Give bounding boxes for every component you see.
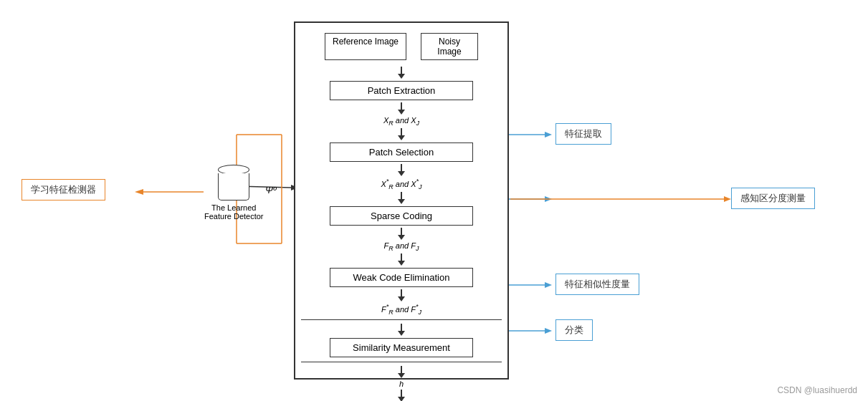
- cylinder-icon: [218, 165, 249, 200]
- similarity-chinese-label: 特征相似性度量: [555, 274, 639, 295]
- arrow-xr-xj-star: [398, 164, 405, 176]
- perceptual-label: 感知区分度测量: [731, 188, 815, 209]
- arrow-to-similarity: [398, 324, 405, 336]
- label-xr-xj-star: X*R and X*J: [381, 178, 421, 190]
- classifier-chinese-label: 分类: [555, 319, 593, 341]
- svg-marker-5: [545, 282, 552, 288]
- arrow-to-patch-selection: [398, 128, 405, 140]
- patch-selection-block: Patch Selection: [330, 142, 473, 162]
- weak-code-elimination-block: Weak Code Elimination: [330, 268, 473, 287]
- arrow-xr-xj: [398, 102, 405, 115]
- feature-detector: The LearnedFeature Detector: [204, 165, 264, 221]
- inner-box: Reference Image NoisyImage Patch Extract…: [294, 21, 509, 380]
- arrow-to-sparse: [398, 192, 405, 204]
- watermark: CSDN @luasihuerdd: [777, 385, 857, 395]
- svg-marker-3: [545, 196, 552, 202]
- svg-marker-1: [545, 132, 552, 137]
- arrow-h: [398, 366, 405, 378]
- noisy-image-box: NoisyImage: [421, 33, 478, 60]
- psi-label: Ψº: [265, 185, 277, 195]
- svg-marker-9: [135, 189, 143, 195]
- feature-extract-label: 特征提取: [555, 123, 611, 145]
- similarity-measurement-block: Similarity Measurement: [330, 338, 473, 357]
- patch-extraction-block: Patch Extraction: [330, 81, 473, 100]
- label-fr-fj-star: F*R and F*J: [381, 303, 421, 316]
- label-h: h: [399, 380, 404, 388]
- arrow-to-patch-extraction: [398, 67, 405, 79]
- svg-marker-7: [545, 328, 552, 334]
- svg-marker-11: [724, 196, 731, 202]
- label-fr-fj: FR and FJ: [384, 241, 419, 252]
- arrow-fr-fj-star: [398, 289, 405, 301]
- arrow-to-weak-code: [398, 253, 405, 266]
- separator-2: [301, 362, 502, 362]
- feature-detector-label: The LearnedFeature Detector: [204, 203, 264, 221]
- learned-detector-label: 学习特征检测器: [22, 179, 105, 200]
- arrow-to-classifier: [398, 390, 405, 401]
- cylinder-body: [218, 173, 249, 200]
- inputs-row: Reference Image NoisyImage: [325, 33, 478, 60]
- sparse-coding-block: Sparse Coding: [330, 206, 473, 226]
- diagram-container: Reference Image NoisyImage Patch Extract…: [0, 7, 868, 401]
- separator-1: [301, 319, 502, 320]
- label-xr-xj: XR and XJ: [383, 116, 419, 127]
- arrow-fr-fj: [398, 228, 405, 240]
- reference-image-box: Reference Image: [325, 33, 406, 60]
